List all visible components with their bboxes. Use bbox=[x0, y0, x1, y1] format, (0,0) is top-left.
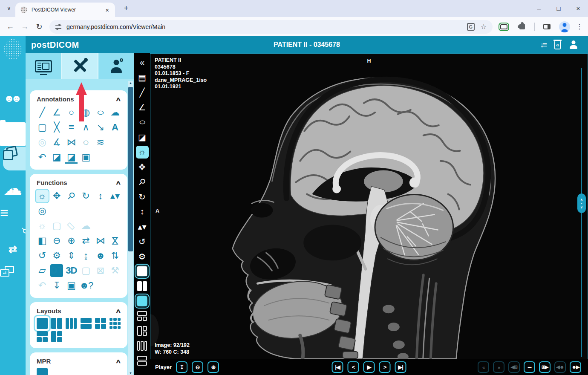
sync-nav[interactable]: ⇄ bbox=[0, 237, 26, 261]
cross-ruler-tool[interactable]: ╳ bbox=[50, 121, 63, 134]
save-annotations[interactable]: ▣ bbox=[80, 151, 92, 164]
3d-tool[interactable]: 3D bbox=[65, 264, 78, 277]
pan-tool[interactable]: ✥ bbox=[50, 190, 63, 202]
mirror-tool[interactable]: ⋈ bbox=[94, 234, 107, 247]
speed-down-button[interactable]: ⊖ bbox=[192, 361, 203, 373]
window-presets-tool[interactable]: ▴▾ bbox=[109, 190, 121, 202]
next-patient-button[interactable]: ☻▶ bbox=[570, 361, 581, 373]
url-text[interactable]: germany.postdicom.com/Viewer/Main bbox=[66, 23, 467, 30]
browser-tab[interactable]: PostDICOM Viewer × bbox=[15, 3, 115, 17]
reset-window-tool[interactable]: ⚙ bbox=[135, 249, 150, 264]
tab-patient-info[interactable] bbox=[98, 53, 134, 79]
window-presets-tool[interactable]: ▴▾ bbox=[135, 219, 150, 234]
collapse-layouts-icon[interactable]: ∧ bbox=[115, 308, 121, 314]
sort-order-tool[interactable]: ⇅ bbox=[109, 249, 121, 262]
tab-search-chevron-icon[interactable]: ∨ bbox=[4, 4, 14, 13]
ellipse-tool[interactable]: ○ bbox=[91, 106, 110, 119]
probe-tool[interactable]: ◎ bbox=[36, 136, 49, 149]
collapse-panel-button[interactable]: « bbox=[135, 55, 150, 70]
upload-nav[interactable] bbox=[0, 176, 26, 200]
site-settings-icon[interactable] bbox=[55, 25, 61, 29]
stack-scroll-tool[interactable]: ↕ bbox=[135, 204, 150, 219]
patients-nav[interactable]: ☻☻ bbox=[0, 87, 26, 110]
screen-capture-icon[interactable] bbox=[500, 24, 507, 29]
invert-tool[interactable]: ◧ bbox=[36, 234, 49, 247]
bone-tool[interactable]: ▭ bbox=[62, 217, 80, 235]
roi-window-tool[interactable]: ☼ bbox=[36, 219, 49, 232]
fit-height-tool[interactable]: ⇕ bbox=[65, 249, 78, 262]
new-tab-button[interactable]: + bbox=[121, 3, 131, 13]
previous-study-button[interactable]: « bbox=[478, 361, 489, 373]
text-tool[interactable]: A bbox=[109, 121, 121, 134]
scroll-down-icon[interactable]: ▼ bbox=[128, 372, 133, 375]
eraser-tool[interactable]: ◪ bbox=[135, 130, 150, 144]
next-image-button[interactable]: > bbox=[379, 361, 391, 373]
flip-horizontal-tool[interactable]: ⇄ bbox=[80, 234, 92, 247]
zoom-out-tool[interactable]: ⊖ bbox=[50, 234, 63, 247]
window-level-tool[interactable]: ☼ bbox=[36, 190, 49, 202]
layout-1x2[interactable] bbox=[51, 318, 62, 329]
next-series-page-button[interactable]: ⊞▶ bbox=[539, 361, 551, 373]
deleted-items-button[interactable] bbox=[554, 41, 561, 49]
rotate-tool[interactable]: ↻ bbox=[80, 190, 92, 202]
tag-tool[interactable]: ▱ bbox=[36, 264, 49, 277]
parallel-lines-tool[interactable]: = bbox=[65, 121, 78, 134]
previous-series-page-button[interactable]: ◀⊞ bbox=[508, 361, 520, 373]
scrollbar-thumb[interactable] bbox=[128, 87, 133, 251]
viewport-single-button[interactable] bbox=[137, 266, 147, 276]
profile-avatar[interactable] bbox=[559, 21, 570, 32]
mpr-layout[interactable] bbox=[37, 368, 48, 375]
speed-up-button[interactable]: ⊕ bbox=[208, 361, 219, 373]
address-bar[interactable]: germany.postdicom.com/Viewer/Main G ☆ bbox=[49, 20, 493, 34]
cine-mode-button[interactable]: ↧ bbox=[176, 361, 187, 373]
layout-1top-2bottom-button[interactable] bbox=[137, 311, 147, 321]
freehand-tool[interactable]: ☁ bbox=[109, 106, 121, 119]
minimize-button[interactable]: – bbox=[529, 0, 549, 16]
stack-scroll-tool[interactable]: ↕ bbox=[94, 190, 107, 202]
arrow-tool[interactable]: ↘ bbox=[94, 121, 107, 134]
polyline-tool[interactable]: ∧ bbox=[80, 121, 92, 134]
reset-window-tool[interactable]: ⚙ bbox=[50, 249, 63, 262]
close-button[interactable]: × bbox=[568, 0, 588, 16]
side-panel-icon[interactable] bbox=[543, 24, 551, 29]
cobb-angle-tool[interactable]: ⋈ bbox=[65, 136, 78, 149]
image-viewport[interactable]: PATIENT II 0345678 01.01.1853 - F dzne_M… bbox=[150, 53, 588, 359]
erase-all-annotations[interactable]: ◪ bbox=[65, 151, 78, 164]
open-angle-tool[interactable]: ∡ bbox=[50, 136, 63, 149]
layout-1x3-button[interactable] bbox=[137, 341, 147, 351]
share-nav[interactable] bbox=[0, 266, 26, 290]
play-button[interactable]: ▶ bbox=[363, 361, 375, 373]
window-level-tool[interactable]: ☼ bbox=[136, 146, 149, 159]
layout-2x1[interactable] bbox=[81, 318, 92, 329]
previous-image-button[interactable]: < bbox=[348, 361, 359, 373]
collapse-annotations-icon[interactable]: ∧ bbox=[115, 96, 121, 102]
ellipse-tool[interactable]: ○ bbox=[132, 115, 153, 130]
browser-menu-icon[interactable]: ⋮ bbox=[575, 23, 584, 31]
tab-tools[interactable] bbox=[62, 53, 99, 79]
folders-nav[interactable] bbox=[0, 122, 26, 146]
viewport-1x2-button[interactable] bbox=[137, 281, 147, 291]
forward-button[interactable]: → bbox=[19, 22, 31, 31]
localizer-tool[interactable]: ◎ bbox=[36, 205, 49, 217]
reset-rotation-tool[interactable]: ↺ bbox=[36, 249, 49, 262]
download-image-tool[interactable]: ↧ bbox=[50, 279, 63, 292]
panel-scrollbar[interactable]: ▲ ▼ bbox=[128, 81, 133, 375]
scroll-up-icon[interactable]: ▲ bbox=[128, 81, 133, 84]
extensions-icon[interactable] bbox=[519, 24, 525, 29]
rectangle-tool[interactable]: ▢ bbox=[36, 121, 49, 134]
zoom-in-tool[interactable]: ⊕ bbox=[65, 234, 78, 247]
first-image-button[interactable]: |◀ bbox=[332, 361, 343, 373]
reload-button[interactable]: ↻ bbox=[33, 22, 45, 32]
fit-width-tool[interactable]: ↨ bbox=[80, 249, 92, 262]
angle-tool[interactable]: ∠ bbox=[50, 106, 63, 119]
clear-selection-tool[interactable]: ⊠ bbox=[94, 264, 107, 277]
sort-series-button[interactable]: ↓≡ bbox=[540, 40, 546, 49]
ruler-tool[interactable]: ╱ bbox=[135, 85, 150, 100]
layout-1top-2bottom[interactable] bbox=[37, 331, 48, 342]
layout-1left-2right[interactable] bbox=[51, 331, 62, 342]
spline-tool[interactable]: ≋ bbox=[94, 136, 107, 149]
layout-1x3[interactable] bbox=[66, 318, 77, 329]
previous-patient-button[interactable]: ◀☻ bbox=[554, 361, 566, 373]
next-study-button[interactable]: » bbox=[493, 361, 504, 373]
flip-vertical-tool[interactable]: ⋈ bbox=[109, 234, 121, 247]
